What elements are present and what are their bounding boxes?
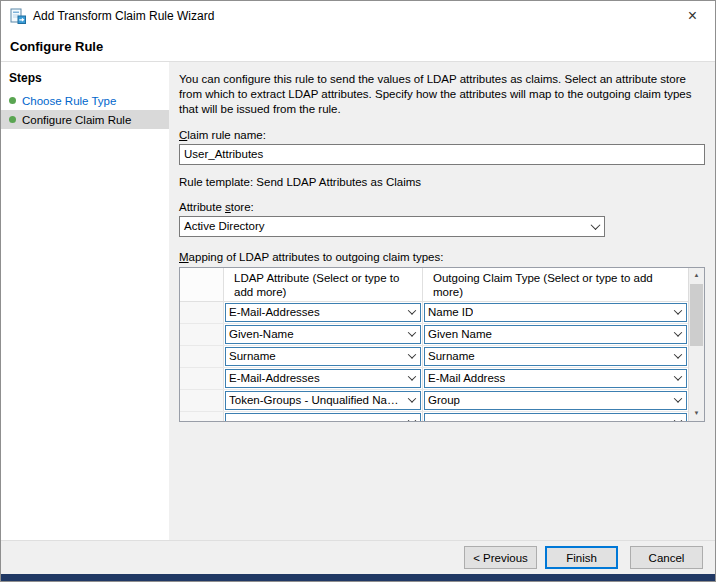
row-selector[interactable] xyxy=(180,302,224,323)
triangle-down-icon: ▼ xyxy=(694,410,700,416)
outgoing-claim-select[interactable]: Surname xyxy=(424,347,687,366)
main-panel: You can configure this rule to send the … xyxy=(169,62,715,540)
outgoing-claim-select[interactable] xyxy=(424,413,687,422)
scroll-down-button[interactable]: ▼ xyxy=(689,406,704,421)
column-header-outgoing-claim-type: Outgoing Claim Type (Select or type to a… xyxy=(423,268,688,301)
window-title: Add Transform Claim Rule Wizard xyxy=(33,9,214,23)
add-transform-claim-rule-wizard-window: Add Transform Claim Rule Wizard × Config… xyxy=(0,0,716,582)
step-label: Choose Rule Type xyxy=(22,95,116,107)
previous-button[interactable]: < Previous xyxy=(464,546,537,569)
step-completed-icon xyxy=(9,116,16,123)
chevron-down-icon xyxy=(586,217,604,236)
claim-rule-name-input[interactable] xyxy=(179,144,705,165)
chevron-down-icon xyxy=(670,348,686,365)
description-text: You can configure this rule to send the … xyxy=(179,72,705,118)
sidebar-item-configure-claim-rule[interactable]: Configure Claim Rule xyxy=(1,110,169,129)
table-row: Given-Name Given Name xyxy=(180,324,688,346)
steps-sidebar: Steps Choose Rule Type Configure Claim R… xyxy=(1,62,169,540)
row-selector[interactable] xyxy=(180,368,224,389)
table-row: Surname Surname xyxy=(180,346,688,368)
finish-button[interactable]: Finish xyxy=(545,546,618,569)
scroll-up-button[interactable]: ▲ xyxy=(689,268,704,283)
claim-rule-name-label: Claim rule name: xyxy=(179,129,705,141)
close-icon: × xyxy=(688,8,697,24)
chevron-down-icon xyxy=(670,414,686,422)
ldap-attribute-select[interactable]: E-Mail-Addresses xyxy=(225,303,421,322)
title-bar: Add Transform Claim Rule Wizard × xyxy=(1,1,715,31)
ldap-attribute-select[interactable]: Token-Groups - Unqualified Names xyxy=(225,391,421,410)
attribute-store-label: Attribute store: xyxy=(179,201,705,213)
chevron-down-icon xyxy=(404,326,420,343)
wizard-icon xyxy=(10,8,26,24)
step-completed-icon xyxy=(9,97,16,104)
attribute-store-value: Active Directory xyxy=(184,220,265,232)
chevron-down-icon xyxy=(404,414,420,422)
table-row: E-Mail-Addresses Name ID xyxy=(180,302,688,324)
row-selector[interactable] xyxy=(180,324,224,345)
chevron-down-icon xyxy=(404,392,420,409)
row-header-corner xyxy=(180,268,224,301)
chevron-down-icon xyxy=(670,392,686,409)
window-bottom-edge xyxy=(1,574,715,581)
steps-title: Steps xyxy=(1,62,169,91)
mapping-table: LDAP Attribute (Select or type to add mo… xyxy=(179,267,705,422)
cancel-button[interactable]: Cancel xyxy=(630,546,703,569)
triangle-up-icon: ▲ xyxy=(694,272,700,278)
step-label: Configure Claim Rule xyxy=(22,114,131,126)
chevron-down-icon xyxy=(404,370,420,387)
scrollbar-thumb[interactable] xyxy=(690,284,703,346)
table-row-partial xyxy=(180,412,688,422)
row-selector[interactable] xyxy=(180,412,224,422)
column-header-ldap-attribute: LDAP Attribute (Select or type to add mo… xyxy=(224,268,423,301)
sidebar-item-choose-rule-type[interactable]: Choose Rule Type xyxy=(1,91,169,110)
ldap-attribute-select[interactable]: E-Mail-Addresses xyxy=(225,369,421,388)
ldap-attribute-select[interactable]: Surname xyxy=(225,347,421,366)
ldap-attribute-select[interactable]: Given-Name xyxy=(225,325,421,344)
chevron-down-icon xyxy=(404,348,420,365)
table-header-row: LDAP Attribute (Select or type to add mo… xyxy=(180,268,688,302)
page-header: Configure Rule xyxy=(1,31,715,62)
outgoing-claim-select[interactable]: Group xyxy=(424,391,687,410)
row-selector[interactable] xyxy=(180,390,224,411)
table-row: E-Mail-Addresses E-Mail Address xyxy=(180,368,688,390)
outgoing-claim-select[interactable]: Name ID xyxy=(424,303,687,322)
chevron-down-icon xyxy=(670,326,686,343)
ldap-attribute-select[interactable] xyxy=(225,413,421,422)
chevron-down-icon xyxy=(670,304,686,321)
table-row: Token-Groups - Unqualified Names Group xyxy=(180,390,688,412)
attribute-store-select[interactable]: Active Directory xyxy=(179,216,605,237)
footer: < Previous Finish Cancel xyxy=(1,540,715,574)
mapping-label: Mapping of LDAP attributes to outgoing c… xyxy=(179,251,705,263)
chevron-down-icon xyxy=(670,370,686,387)
page-title: Configure Rule xyxy=(10,39,103,54)
table-scrollbar[interactable]: ▲ ▼ xyxy=(688,268,704,421)
rule-template-text: Rule template: Send LDAP Attributes as C… xyxy=(179,176,705,188)
outgoing-claim-select[interactable]: E-Mail Address xyxy=(424,369,687,388)
chevron-down-icon xyxy=(404,304,420,321)
close-button[interactable]: × xyxy=(670,1,715,31)
outgoing-claim-select[interactable]: Given Name xyxy=(424,325,687,344)
row-selector[interactable] xyxy=(180,346,224,367)
